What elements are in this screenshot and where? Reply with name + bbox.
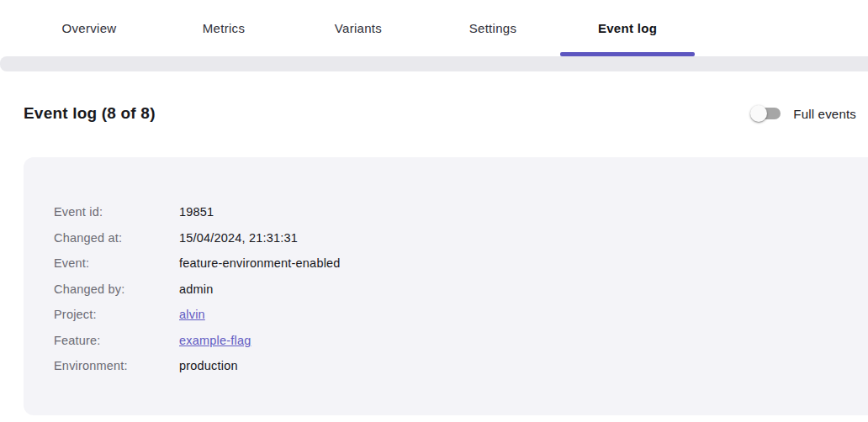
toggle-label: Full events [793,107,856,121]
row-label: Changed at: [54,231,179,245]
event-log-panel: Event log (8 of 8) Full events Event id:… [0,71,868,415]
divider-band [0,56,868,71]
row-value: admin [179,282,214,296]
row-label: Project: [54,308,179,321]
page-title: Event log (8 of 8) [24,104,156,123]
content-header: Event log (8 of 8) Full events [0,71,868,125]
row-label: Event: [54,256,179,270]
row-value: 15/04/2024, 21:31:31 [179,231,298,245]
row-value: feature-environment-enabled [179,256,341,270]
tab-variants[interactable]: Variants [291,0,426,56]
event-detail-row-project: Project: alvin [54,302,838,328]
event-detail-card: Event id: 19851 Changed at: 15/04/2024, … [24,157,868,415]
project-link[interactable]: alvin [179,308,205,321]
row-label: Environment: [54,359,179,372]
row-label: Feature: [54,334,179,347]
row-label: Event id: [54,205,179,219]
event-detail-row-feature: Feature: example-flag [54,328,838,354]
row-value: 19851 [179,205,214,219]
row-value: production [179,359,238,372]
full-events-toggle[interactable]: Full events [752,107,856,121]
tab-event-log[interactable]: Event log [560,0,695,56]
tab-overview[interactable]: Overview [22,0,156,56]
row-label: Changed by: [54,282,179,296]
event-detail-row-environment: Environment: production [54,353,838,379]
event-detail-row-event: Event: feature-environment-enabled [54,251,838,277]
event-detail-row-event-id: Event id: 19851 [54,199,838,225]
event-detail-row-changed-by: Changed by: admin [54,277,838,303]
tab-bar: Overview Metrics Variants Settings Event… [0,0,868,56]
tab-settings[interactable]: Settings [426,0,560,56]
toggle-switch-icon[interactable] [752,108,781,119]
toggle-knob[interactable] [750,105,767,122]
event-detail-row-changed-at: Changed at: 15/04/2024, 21:31:31 [54,225,838,251]
tab-metrics[interactable]: Metrics [156,0,291,56]
feature-link[interactable]: example-flag [179,334,251,347]
